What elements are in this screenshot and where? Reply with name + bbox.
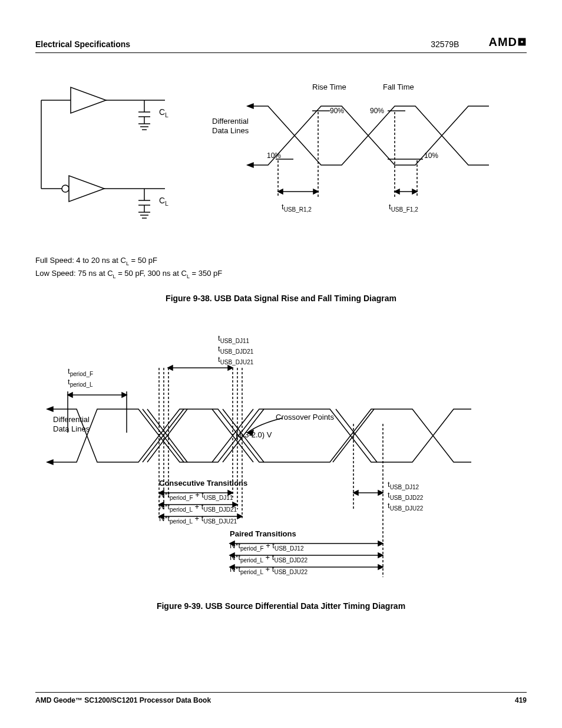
diff-lines-label: Differential [212,117,249,126]
crossover-points-label: Crossover Points [276,413,334,421]
diff-lines-label-2: Differential [53,415,90,424]
svg-marker-35 [412,189,417,194]
crossover-voltage: (1.3-2.0) V [236,430,272,439]
svg-marker-69 [378,490,383,495]
paired-line-3: N*tperiod_L + tUSB_DJU22 [230,565,308,575]
right-label-1: tUSB_DJ12 [388,480,419,490]
figure-9-39: tUSB_DJ11 tUSB_DJD21 tUSB_DJU21 tperiod_… [35,332,527,611]
svg-text:Data Lines: Data Lines [212,126,249,135]
footer-page-number: 419 [515,696,527,704]
svg-marker-76 [378,553,383,558]
figure-9-38-svg: CL CL [35,83,524,248]
svg-text:Data Lines: Data Lines [53,424,90,433]
svg-point-12 [62,185,69,192]
svg-marker-66 [237,514,242,519]
svg-marker-34 [395,189,399,194]
top-label-1: tUSB_DJ11 [218,334,250,344]
top-label-3: tUSB_DJU21 [218,355,254,365]
paired-header: Paired Transitions [230,529,296,538]
svg-marker-68 [353,490,358,495]
consec-line-3: N*tperiod_L + tUSB_DJU21 [159,514,237,525]
figure-9-38-notes: Full Speed: 4 to 20 ns at CL = 50 pF Low… [35,255,527,281]
svg-marker-56 [47,460,53,465]
consecutive-header: Consecutive Transitions [159,479,247,487]
cl-top-label: CL [159,107,168,118]
figure-9-38-caption: Figure 9-38. USB Data Signal Rise and Fa… [35,294,527,303]
svg-marker-32 [313,189,318,194]
right-label-2: tUSB_DJD22 [388,490,424,501]
svg-marker-79 [378,565,383,569]
consec-line-2: N*tperiod_L + tUSB_DJD21 [159,502,237,513]
consec-line-1: N*tperiod_F + tUSB_DJ11 [159,490,233,501]
svg-marker-42 [68,393,72,397]
page-footer: AMD Geode™ SC1200/SC1201 Processor Data … [35,692,527,704]
svg-marker-13 [69,176,104,202]
figure-9-39-svg: tUSB_DJ11 tUSB_DJD21 tUSB_DJU21 tperiod_… [35,332,524,586]
tperiod-l: tperiod_L [68,377,93,388]
right-label-3: tUSB_DJU22 [388,501,424,512]
figure-9-39-caption: Figure 9-39. USB Source Differential Dat… [35,601,527,611]
svg-marker-73 [378,541,383,546]
svg-marker-31 [278,189,283,194]
amd-logo: AMD [488,35,527,49]
tusb-f-label: tUSB_F1,2 [389,202,418,213]
svg-marker-37 [247,163,253,167]
tperiod-f: tperiod_F [68,367,93,377]
ninety-b: 90% [370,107,384,115]
page-header: Electrical Specifications 32579B AMD [35,35,527,53]
ninety-a: 90% [330,107,344,115]
footer-title: AMD Geode™ SC1200/SC1201 Processor Data … [35,696,211,704]
ten-b: 10% [424,151,438,160]
svg-marker-46 [228,365,233,370]
svg-marker-43 [122,393,127,397]
paired-line-1: N*tperiod_F + tUSB_DJ12 [230,541,304,552]
figure-9-38: CL CL [35,83,527,303]
paired-line-2: N*tperiod_L + tUSB_DJD22 [230,553,308,564]
svg-marker-1 [71,87,106,113]
rise-time-label: Rise Time [312,83,346,91]
tusb-r-label: tUSB_R1,2 [282,202,312,213]
svg-marker-55 [47,407,53,411]
cl-bot-label: CL [159,196,168,207]
ten-a: 10% [267,151,281,160]
header-section: Electrical Specifications [35,39,130,49]
top-label-2: tUSB_DJD21 [218,344,254,355]
svg-marker-36 [247,104,253,108]
fall-time-label: Fall Time [383,83,414,91]
header-doc-code: 32579B [431,39,459,49]
